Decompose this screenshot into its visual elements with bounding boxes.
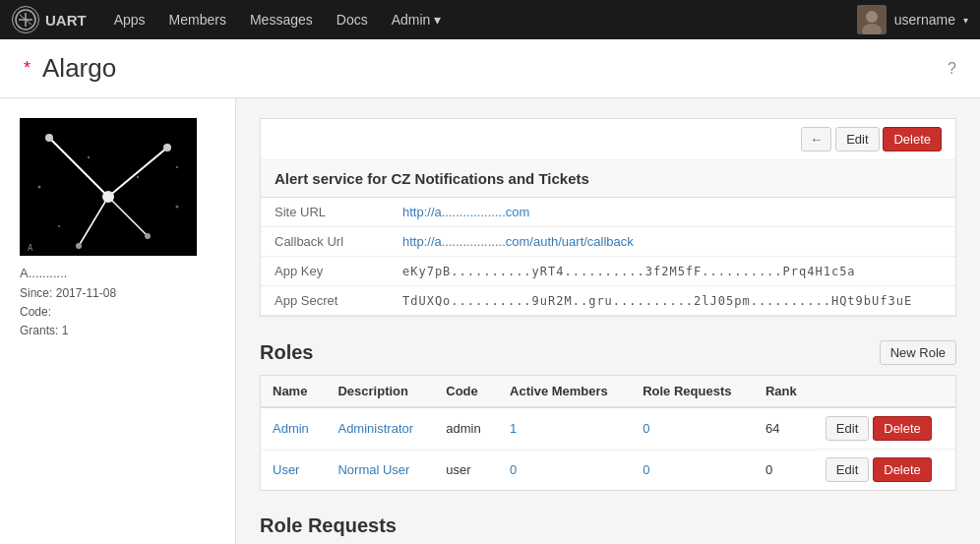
- svg-point-5: [866, 11, 878, 23]
- nav-right: username ▾: [857, 5, 968, 34]
- back-button[interactable]: ←: [801, 127, 831, 151]
- app-info-value[interactable]: http://a..................com/auth/uart/…: [389, 227, 955, 257]
- app-info-row: App SecretTdUXQo..........9uR2M..gru....…: [261, 286, 955, 316]
- roles-cell-rank: 64: [754, 407, 814, 450]
- svg-point-15: [76, 243, 82, 249]
- roles-actions-header: [814, 376, 956, 408]
- content-area: ← Edit Delete Alert service for CZ Notif…: [236, 98, 980, 544]
- app-info-actions-row: ← Edit Delete: [261, 119, 955, 160]
- sidebar-code-label: Code:: [20, 305, 51, 319]
- app-info-title: Alert service for CZ Notifications and T…: [261, 160, 955, 198]
- role-edit-button[interactable]: Edit: [826, 457, 869, 482]
- roles-actions-cell: EditDelete: [814, 408, 955, 450]
- new-role-button[interactable]: New Role: [880, 340, 956, 365]
- role-edit-button[interactable]: Edit: [826, 416, 869, 441]
- roles-table-row: AdminAdministratoradmin1064EditDelete: [261, 407, 956, 450]
- sidebar-meta: Since: 2017-11-08 Code: Grants: 1: [20, 284, 215, 341]
- roles-table: NameDescriptionCodeActive MembersRole Re…: [260, 375, 956, 491]
- roles-cell-role_requests: 0: [631, 407, 754, 450]
- roles-cell-code: user: [434, 450, 498, 491]
- roles-count-link[interactable]: 1: [510, 421, 517, 436]
- nav-apps[interactable]: Apps: [102, 0, 157, 39]
- avatar-image: [857, 5, 887, 34]
- brand[interactable]: UART: [12, 6, 87, 33]
- page-header: * Alargo ?: [0, 39, 980, 98]
- roles-col-header: Name: [261, 376, 327, 408]
- navbar: UART Apps Members Messages Docs Admin ▾ …: [0, 0, 980, 39]
- main-content: A A........... Since: 2017-11-08 Code: G…: [0, 98, 980, 544]
- roles-cell-role_requests: 0: [631, 450, 754, 491]
- roles-link-description[interactable]: Administrator: [337, 421, 413, 436]
- roles-cell-description: Normal User: [326, 450, 434, 491]
- role-requests-title: Role Requests: [260, 514, 397, 537]
- roles-count-link[interactable]: 0: [643, 462, 649, 477]
- sidebar-since-label: Since:: [20, 286, 52, 300]
- svg-point-19: [88, 156, 90, 158]
- brand-logo: [12, 6, 39, 33]
- svg-point-18: [176, 206, 179, 209]
- roles-cell-active_members: 1: [498, 407, 631, 450]
- sidebar: A A........... Since: 2017-11-08 Code: G…: [0, 98, 236, 544]
- roles-link-name[interactable]: Admin: [273, 421, 309, 436]
- page-icon: *: [24, 58, 31, 79]
- nav-members[interactable]: Members: [157, 0, 238, 39]
- nav-dropdown-arrow-icon[interactable]: ▾: [963, 15, 968, 26]
- svg-point-14: [163, 144, 171, 151]
- app-logo-image: A: [20, 118, 197, 256]
- nav-username: username: [894, 12, 955, 28]
- roles-link-name[interactable]: User: [273, 462, 299, 477]
- role-requests-header: Role Requests: [260, 511, 956, 537]
- avatar[interactable]: [857, 5, 887, 34]
- sidebar-since-value: 2017-11-08: [56, 286, 116, 300]
- page-title: Alargo: [42, 53, 116, 84]
- app-info-link[interactable]: http://a..................com/auth/uart/…: [402, 234, 634, 249]
- roles-link-description[interactable]: Normal User: [337, 462, 409, 477]
- nav-admin[interactable]: Admin ▾: [380, 0, 454, 39]
- roles-actions-cell: EditDelete: [814, 450, 955, 490]
- app-info-value: TdUXQo..........9uR2M..gru..........2lJ0…: [389, 286, 955, 316]
- chevron-down-icon: ▾: [434, 12, 441, 28]
- roles-cell-description: Administrator: [326, 407, 434, 450]
- role-delete-button[interactable]: Delete: [873, 416, 932, 441]
- role-requests-section: Role Requests Request IDMemberRole: [260, 511, 956, 544]
- svg-point-13: [45, 134, 53, 142]
- app-info-row: Site URLhttp://a..................com: [261, 198, 955, 227]
- svg-point-16: [145, 233, 151, 239]
- roles-title: Roles: [260, 341, 313, 364]
- roles-cell-rank: 0: [754, 450, 814, 491]
- edit-button[interactable]: Edit: [835, 127, 879, 151]
- svg-text:A: A: [28, 243, 33, 253]
- app-info-label: App Key: [261, 257, 389, 286]
- app-info-box: ← Edit Delete Alert service for CZ Notif…: [260, 118, 956, 317]
- sidebar-avatar-box: A: [20, 118, 197, 256]
- roles-cell-name: Admin: [261, 407, 327, 450]
- roles-col-header: Description: [326, 376, 434, 408]
- roles-count-link[interactable]: 0: [510, 462, 517, 477]
- app-info-value[interactable]: http://a..................com: [389, 198, 955, 227]
- help-icon[interactable]: ?: [948, 60, 956, 78]
- sidebar-grants-value: 1: [62, 324, 69, 337]
- app-info-row: App KeyeKy7pB..........yRT4..........3f2…: [261, 257, 955, 286]
- svg-point-22: [176, 166, 178, 168]
- nav-docs[interactable]: Docs: [325, 0, 380, 39]
- brand-label: UART: [45, 12, 87, 29]
- roles-cell-code: admin: [434, 407, 498, 450]
- svg-point-20: [137, 176, 139, 178]
- roles-col-header: Role Requests: [631, 376, 754, 408]
- app-info-table: Site URLhttp://a..................comCal…: [261, 198, 955, 316]
- role-delete-button[interactable]: Delete: [873, 457, 932, 482]
- roles-cell-active_members: 0: [498, 450, 631, 491]
- svg-point-21: [58, 225, 60, 227]
- roles-section-header: Roles New Role: [260, 336, 956, 365]
- roles-cell-name: User: [261, 450, 327, 491]
- roles-count-link[interactable]: 0: [643, 421, 649, 436]
- delete-button[interactable]: Delete: [883, 127, 942, 151]
- app-info-value: eKy7pB..........yRT4..........3f2M5fF...…: [389, 257, 955, 286]
- sidebar-app-name: A...........: [20, 266, 215, 280]
- sidebar-grants-label: Grants:: [20, 324, 58, 337]
- app-info-link[interactable]: http://a..................com: [402, 205, 529, 219]
- nav-messages[interactable]: Messages: [238, 0, 325, 39]
- roles-col-header: Rank: [754, 376, 814, 408]
- brand-icon: [15, 9, 36, 30]
- app-info-label: Site URL: [261, 198, 389, 227]
